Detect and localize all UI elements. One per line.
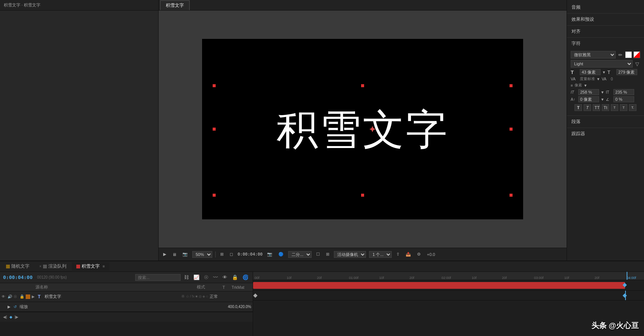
ruler-mark-20f: 20f: [317, 276, 322, 280]
resolution-select[interactable]: 二分...: [288, 251, 312, 258]
tl-prev-key-btn[interactable]: ◀|: [3, 315, 7, 319]
font-size-dropdown[interactable]: ▼: [602, 70, 606, 74]
layer-mode-snow[interactable]: 正常: [210, 294, 229, 299]
tl-solo-btn[interactable]: ☉: [203, 274, 210, 281]
super-btn[interactable]: T: [611, 104, 618, 111]
snapshot-btn[interactable]: 📷: [266, 251, 274, 257]
smallcaps-btn[interactable]: Tt: [602, 104, 609, 111]
char-size-row: T ▼ T: [571, 69, 640, 75]
layer-name-snow: 积雪文字: [45, 294, 180, 299]
center-tab-preview[interactable]: 积雪文字: [160, 0, 190, 10]
tl-lock-btn[interactable]: 🔒: [231, 274, 239, 281]
tl-hide-btn[interactable]: 👁: [221, 274, 229, 281]
tl-tab-close-render[interactable]: ×: [39, 264, 42, 268]
ruler-mark-2m10: 10f: [472, 276, 477, 280]
layer-solo-icon[interactable]: ☉: [14, 294, 18, 299]
preview-camera-btn[interactable]: 📷: [181, 251, 189, 257]
layer-label-icon[interactable]: ▶: [32, 294, 36, 299]
preview-setting-btn[interactable]: ⚙: [415, 251, 422, 257]
italic-btn[interactable]: T: [584, 104, 591, 111]
char-scale-row: IT ▼ IT: [571, 89, 640, 95]
tracking-input[interactable]: [616, 69, 637, 75]
right-section-align[interactable]: 对齐: [567, 26, 644, 37]
preview-canvas: 积雪文字: [202, 39, 523, 219]
tl-tab-random[interactable]: 随机文字: [2, 262, 34, 271]
header-t: T: [222, 285, 229, 290]
rotation-input[interactable]: [613, 96, 634, 102]
layer-type-text-icon: T: [38, 294, 43, 299]
track-playhead-sublayer: [625, 291, 626, 300]
header-trkmat: TrkMat: [232, 285, 250, 290]
render-btn[interactable]: ⇧: [395, 251, 401, 257]
tl-tab-label-random: 随机文字: [11, 263, 29, 270]
right-div-2: [567, 25, 644, 26]
right-panel: 音频 效果和预设 对齐 字符 微软雅黑 ✏ Light ▽: [567, 0, 644, 260]
ruler-mark-1m10: 10f: [379, 276, 384, 280]
timeline-toolbar: 0:00:04:00 00120 (90.00 fps) ⛓ 📈 ☉ 〰 👁 🔒…: [0, 272, 253, 283]
preview-monitor-btn[interactable]: 🖥: [171, 251, 178, 257]
center-panel: 积雪文字 积雪文字 ▶ 🖥: [159, 0, 567, 260]
roi-btn[interactable]: ☐: [315, 251, 321, 257]
tl-next-key-btn[interactable]: |▶: [15, 315, 19, 319]
layer-audio-icon[interactable]: 🔊: [8, 294, 12, 299]
mask-btn[interactable]: ◻: [228, 251, 235, 257]
layer-lock-icon[interactable]: 🔒: [20, 294, 24, 299]
sub-btn[interactable]: T: [620, 104, 627, 111]
font-color-swatch[interactable]: [625, 51, 632, 58]
tl-tab-render[interactable]: × 渲染队列: [35, 262, 71, 271]
tl-shy-btn[interactable]: 🌀: [241, 274, 250, 281]
layer-row-snow[interactable]: 👁 🔊 ☉ 🔒 ▶ T 积雪文字 单 ☆ / fx ■ ◎ ◈ ○ 正常: [0, 291, 253, 302]
color-btn[interactable]: 🔵: [277, 251, 285, 257]
baseline-input[interactable]: [578, 96, 599, 102]
right-section-audio[interactable]: 音频: [567, 2, 644, 12]
font-size-input[interactable]: [580, 69, 601, 75]
right-section-tracking: 跟踪器: [567, 129, 644, 139]
camera-select[interactable]: 活动摄像机: [334, 251, 366, 258]
sublayer-name-scale: 缩放: [20, 304, 226, 310]
grid-btn[interactable]: ⊞: [324, 251, 331, 257]
tl-motion-btn[interactable]: 〰: [212, 274, 219, 281]
tl-tab-menu-snow[interactable]: ≡: [103, 264, 105, 268]
va-dropdown[interactable]: ▼: [596, 77, 600, 81]
scale-h-label: IT: [571, 90, 577, 94]
views-select[interactable]: 1 个...: [369, 251, 392, 258]
right-section-effects[interactable]: 效果和预设: [567, 14, 644, 25]
sublayer-row-scale[interactable]: ▶ ↺ 缩放 400.0,420.0%: [0, 302, 253, 312]
tl-graph-btn[interactable]: 📈: [192, 274, 201, 281]
font-name-select[interactable]: 微软雅黑: [571, 51, 616, 59]
export-btn[interactable]: 📤: [404, 251, 412, 257]
allcaps-btn[interactable]: TT: [593, 104, 600, 111]
timeline-area: 随机文字 × 渲染队列 积雪文字 ≡ 0:00:04:00 00120 (90.…: [0, 260, 644, 336]
right-section-char: 字符: [567, 39, 644, 49]
font-style-row: Light ▽: [571, 60, 640, 68]
tl-tab-snow[interactable]: 积雪文字 ≡: [72, 262, 110, 271]
handle-bottom-mid: [361, 194, 364, 197]
layer-vis-icon[interactable]: 👁: [2, 294, 6, 299]
bold-btn[interactable]: T: [575, 104, 582, 111]
scale-h-dropdown[interactable]: ▼: [601, 90, 604, 94]
snap-btn[interactable]: ⊞: [219, 251, 225, 257]
baseline-dropdown[interactable]: ▼: [601, 97, 604, 102]
scale-h-input[interactable]: [578, 89, 599, 95]
right-div-5: [567, 128, 644, 128]
center-tab-bar: 积雪文字: [159, 0, 567, 11]
ruler-mark-3m: 03:00f: [534, 276, 544, 280]
timeline-search[interactable]: [135, 274, 181, 281]
under-btn[interactable]: T.: [629, 104, 636, 111]
preview-play-btn[interactable]: ▶: [162, 251, 168, 257]
tl-tab-label-snow: 积雪文字: [82, 263, 100, 270]
indent-dropdown[interactable]: ▼: [584, 83, 587, 88]
char-va-row: VA 度量标准 ▼ VA 0: [571, 76, 640, 82]
timeline-left: 0:00:04:00 00120 (90.00 fps) ⛓ 📈 ☉ 〰 👁 🔒…: [0, 272, 253, 336]
header-name: 源名称: [36, 284, 194, 290]
zoom-select[interactable]: 50%: [192, 251, 212, 258]
va-sublabel: 度量标准: [580, 76, 595, 82]
font-edit-icon[interactable]: ✏: [617, 52, 624, 58]
char-panel: 微软雅黑 ✏ Light ▽ T ▼ T: [567, 49, 644, 115]
timeline-right: 00f 10f 20f 01:00f 10f 20f 02:00f 10f 20…: [253, 272, 644, 336]
tl-link-btn[interactable]: ⛓: [183, 274, 190, 281]
font-color-diag-swatch[interactable]: [633, 51, 640, 58]
offset-btn[interactable]: +0.0: [425, 251, 437, 257]
font-style-select[interactable]: Light: [571, 60, 633, 68]
scale-v-input[interactable]: [613, 89, 634, 95]
